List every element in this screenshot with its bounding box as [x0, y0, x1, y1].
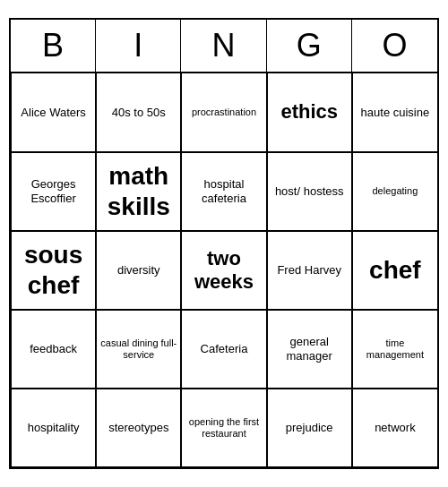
- bingo-cell-13: Fred Harvey: [267, 231, 352, 310]
- bingo-cell-3: ethics: [267, 73, 352, 152]
- bingo-cell-8: host/ hostess: [267, 152, 352, 231]
- bingo-cell-1: 40s to 50s: [96, 73, 181, 152]
- bingo-cell-12: two weeks: [181, 231, 266, 310]
- bingo-cell-2: procrastination: [181, 73, 266, 152]
- bingo-cell-19: time management: [352, 310, 437, 389]
- bingo-cell-7: hospital cafeteria: [181, 152, 266, 231]
- bingo-cell-22: opening the first restaurant: [181, 389, 266, 467]
- bingo-cell-24: network: [352, 389, 437, 467]
- bingo-cell-23: prejudice: [267, 389, 352, 467]
- header-letter-g: G: [267, 20, 352, 72]
- bingo-cell-14: chef: [352, 231, 437, 310]
- bingo-cell-10: sous chef: [11, 231, 96, 310]
- bingo-cell-9: delegating: [352, 152, 437, 231]
- bingo-cell-21: stereotypes: [96, 389, 181, 467]
- bingo-grid: Alice Waters40s to 50sprocrastinationeth…: [11, 73, 437, 467]
- bingo-cell-18: general manager: [267, 310, 352, 389]
- bingo-cell-17: Cafeteria: [181, 310, 266, 389]
- header-letter-n: N: [181, 20, 266, 72]
- bingo-cell-11: diversity: [96, 231, 181, 310]
- bingo-cell-16: casual dining full-service: [96, 310, 181, 389]
- bingo-cell-5: Georges Escoffier: [11, 152, 96, 231]
- bingo-card: BINGO Alice Waters40s to 50sprocrastinat…: [9, 18, 439, 469]
- header-letter-b: B: [11, 20, 96, 72]
- bingo-cell-0: Alice Waters: [11, 73, 96, 152]
- bingo-cell-6: math skills: [96, 152, 181, 231]
- header-letter-i: I: [96, 20, 181, 72]
- bingo-cell-4: haute cuisine: [352, 73, 437, 152]
- bingo-header: BINGO: [11, 20, 437, 73]
- bingo-cell-20: hospitality: [11, 389, 96, 467]
- bingo-cell-15: feedback: [11, 310, 96, 389]
- header-letter-o: O: [352, 20, 437, 72]
